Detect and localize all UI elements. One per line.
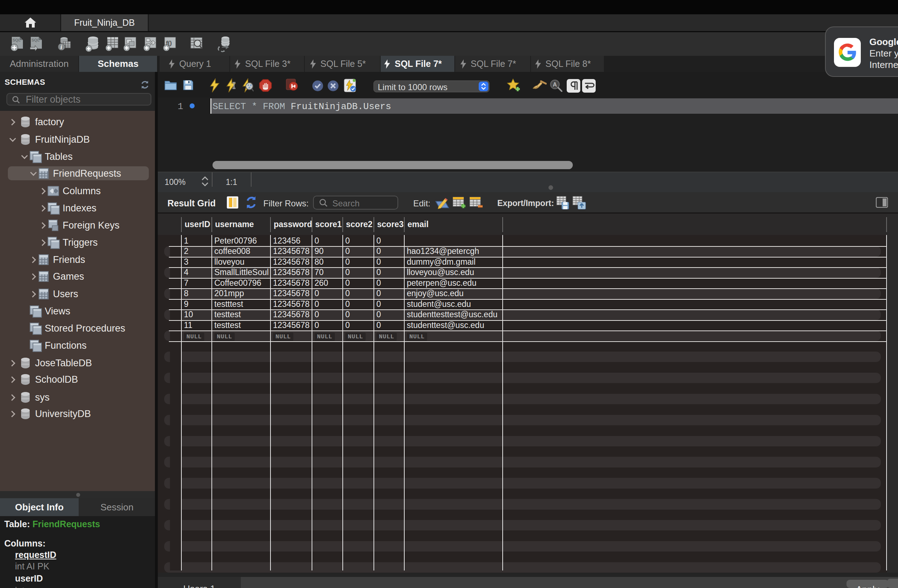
svg-text:A: A [553,81,557,88]
svg-text:SQL: SQL [31,38,40,42]
svg-text:SQL: SQL [12,38,21,42]
svg-text:i: i [60,44,62,50]
